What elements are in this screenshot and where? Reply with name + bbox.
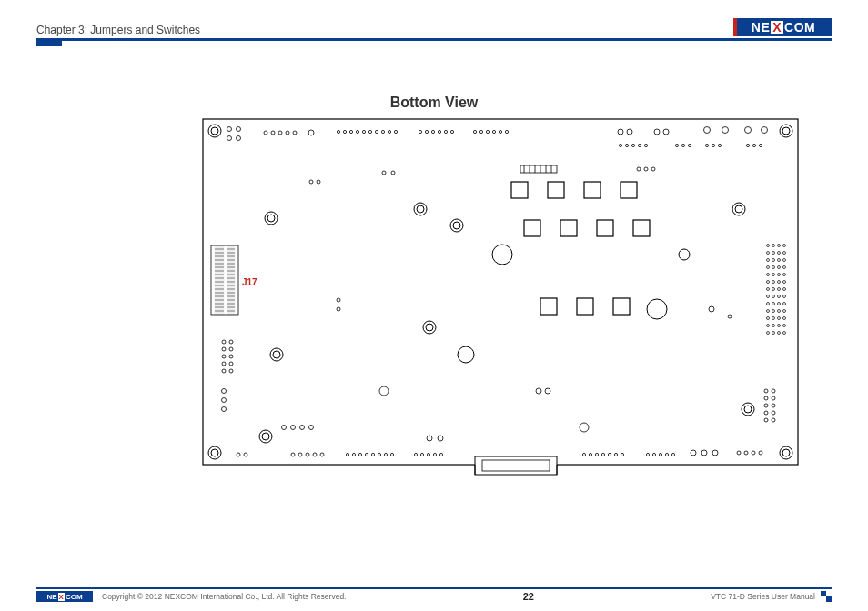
svg-point-228 <box>390 453 393 456</box>
svg-point-217 <box>298 453 302 456</box>
svg-point-50 <box>419 130 421 133</box>
svg-point-60 <box>499 130 501 133</box>
svg-point-263 <box>764 418 768 422</box>
svg-point-161 <box>767 274 770 276</box>
svg-point-7 <box>211 127 218 135</box>
svg-point-171 <box>778 288 781 291</box>
svg-point-151 <box>778 252 781 255</box>
svg-point-157 <box>767 266 770 269</box>
svg-point-47 <box>381 130 384 133</box>
svg-point-274 <box>337 298 340 302</box>
svg-point-254 <box>759 451 762 455</box>
svg-point-245 <box>659 453 661 456</box>
svg-point-65 <box>663 129 669 135</box>
svg-point-178 <box>772 303 775 306</box>
svg-point-193 <box>767 332 770 335</box>
svg-point-61 <box>505 130 508 133</box>
svg-rect-85 <box>548 182 564 198</box>
svg-rect-84 <box>511 182 528 198</box>
svg-point-221 <box>346 453 348 456</box>
svg-point-158 <box>772 266 775 269</box>
svg-point-257 <box>764 396 768 400</box>
svg-point-16 <box>414 203 427 215</box>
svg-point-69 <box>762 127 768 134</box>
svg-point-243 <box>646 453 649 456</box>
svg-point-42 <box>349 130 352 133</box>
svg-point-59 <box>492 130 495 133</box>
svg-point-146 <box>772 245 775 247</box>
svg-point-237 <box>589 453 591 456</box>
copyright-text: Copyright © 2012 NEXCOM International Co… <box>102 592 346 601</box>
svg-point-209 <box>222 407 227 412</box>
svg-point-208 <box>222 398 227 403</box>
svg-point-154 <box>772 259 775 262</box>
svg-point-272 <box>709 306 714 312</box>
page-content: Bottom View <box>36 44 832 553</box>
j17-connector <box>211 245 238 315</box>
svg-point-45 <box>368 130 371 133</box>
svg-point-236 <box>582 453 585 456</box>
svg-point-36 <box>278 131 282 135</box>
svg-point-258 <box>772 396 775 400</box>
svg-point-267 <box>309 180 313 184</box>
footer-ornament-icon <box>821 591 832 602</box>
svg-point-239 <box>601 453 604 456</box>
svg-point-40 <box>337 130 339 133</box>
svg-point-202 <box>229 355 233 358</box>
svg-point-79 <box>712 144 714 146</box>
svg-point-275 <box>337 307 340 311</box>
svg-point-232 <box>433 453 436 456</box>
svg-point-249 <box>701 450 707 456</box>
svg-point-164 <box>783 274 786 276</box>
svg-point-269 <box>637 167 641 171</box>
svg-point-160 <box>783 266 786 269</box>
svg-point-72 <box>631 144 634 146</box>
svg-point-199 <box>222 347 226 351</box>
svg-point-197 <box>222 340 226 344</box>
svg-point-248 <box>691 450 696 456</box>
svg-point-203 <box>222 362 226 366</box>
svg-point-33 <box>237 136 241 141</box>
svg-point-165 <box>767 281 770 284</box>
svg-point-168 <box>783 281 786 284</box>
svg-point-35 <box>271 131 275 135</box>
svg-point-28 <box>259 430 272 443</box>
svg-point-98 <box>679 249 690 260</box>
svg-point-234 <box>427 436 432 441</box>
svg-point-259 <box>764 404 768 407</box>
svg-point-201 <box>222 355 226 358</box>
svg-rect-89 <box>560 220 577 236</box>
svg-point-207 <box>222 389 227 394</box>
svg-point-261 <box>764 411 768 415</box>
svg-point-155 <box>778 259 781 262</box>
svg-point-180 <box>783 303 786 306</box>
svg-point-48 <box>388 130 390 133</box>
svg-point-216 <box>291 453 295 456</box>
svg-point-13 <box>782 449 790 456</box>
svg-point-175 <box>778 295 781 298</box>
svg-point-46 <box>375 130 378 133</box>
svg-point-52 <box>431 130 434 133</box>
svg-rect-86 <box>584 182 601 198</box>
svg-point-251 <box>737 451 741 455</box>
svg-point-212 <box>282 426 287 430</box>
svg-point-96 <box>647 299 667 319</box>
svg-point-188 <box>783 317 786 320</box>
svg-point-80 <box>718 144 721 146</box>
svg-point-49 <box>394 130 397 133</box>
svg-point-179 <box>778 303 781 306</box>
page-header: Chapter 3: Jumpers and Switches NEXCOM <box>36 13 832 36</box>
svg-point-187 <box>778 317 781 320</box>
svg-point-145 <box>767 245 770 247</box>
svg-point-53 <box>438 130 440 133</box>
svg-point-278 <box>545 388 550 394</box>
svg-point-95 <box>492 245 512 265</box>
svg-point-163 <box>778 274 781 276</box>
svg-point-63 <box>627 129 632 135</box>
svg-point-205 <box>222 369 226 373</box>
svg-point-240 <box>608 453 611 456</box>
svg-point-173 <box>767 295 770 298</box>
svg-point-25 <box>735 205 742 213</box>
svg-point-14 <box>265 212 278 225</box>
svg-point-190 <box>772 325 775 327</box>
